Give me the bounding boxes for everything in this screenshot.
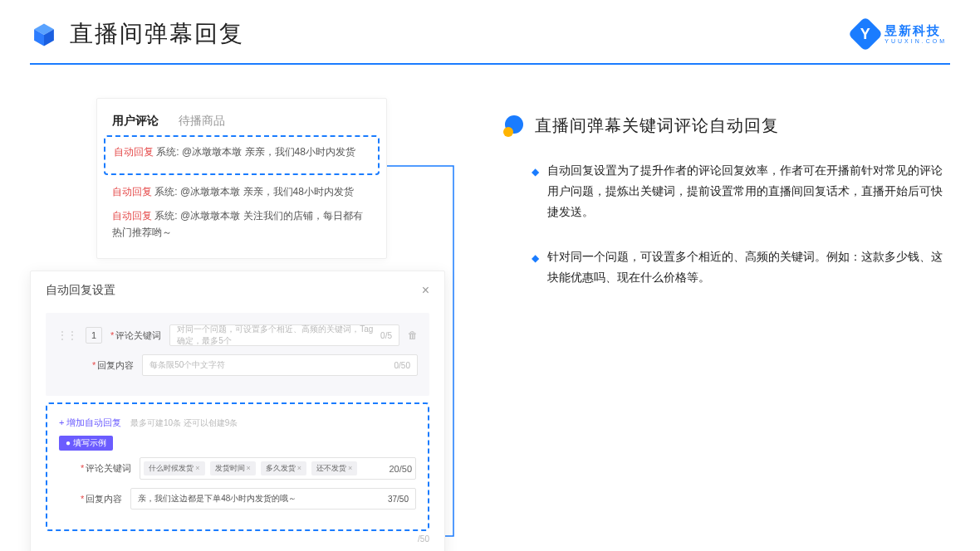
auto-reply-tag: 自动回复	[112, 210, 152, 222]
example-reply-input[interactable]: 亲，我们这边都是下单48小时内发货的哦～ 37/50	[130, 488, 416, 510]
tag-item[interactable]: 发货时间×	[210, 461, 256, 475]
settings-header: 自动回复设置 ×	[46, 283, 429, 298]
header-left: 直播间弹幕回复	[30, 18, 244, 50]
keyword-input[interactable]: 对同一个问题，可设置多个相近、高频的关键词，Tag确定，最多5个 0/5	[169, 324, 399, 346]
example-kw-label: *评论关键词	[81, 462, 131, 475]
rule-number: 1	[86, 327, 102, 344]
main: 用户评论 待播商品 自动回复 系统: @冰墩墩本墩 亲亲，我们48小时内发货 自…	[0, 65, 980, 311]
tag-item[interactable]: 还不发货×	[311, 461, 357, 475]
bubble-icon	[503, 115, 525, 137]
bullet-item: ◆ 针对同一个问题，可设置多个相近的、高频的关键词。例如：这款多少钱、这块能优惠…	[503, 246, 950, 288]
left-panel: 用户评论 待播商品 自动回复 系统: @冰墩墩本墩 亲亲，我们48小时内发货 自…	[30, 98, 470, 311]
system-label: 系统:	[154, 210, 177, 222]
add-row: + 增加自动回复 最多可建10条 还可以创建9条	[59, 414, 416, 429]
brand-cn: 昱新科技	[884, 24, 947, 37]
keyword-counter: 0/5	[380, 331, 392, 340]
example-reply-value: 亲，我们这边都是下单48小时内发货的哦～	[138, 493, 296, 505]
example-keyword-row: *评论关键词 什么时候发货× 发货时间× 多久发货× 还不发货× 20/50	[59, 457, 416, 480]
comment-text: @冰墩墩本墩 亲亲，我们48小时内发货	[180, 186, 354, 197]
keyword-label: *评论关键词	[110, 329, 161, 342]
bullet-text: 自动回复设置为了提升作者的评论回复效率，作者可在开播前针对常见的评论用户问题，提…	[547, 160, 950, 223]
example-reply-row: *回复内容 亲，我们这边都是下单48小时内发货的哦～ 37/50	[59, 488, 416, 510]
right-panel: 直播间弹幕关键词评论自动回复 ◆ 自动回复设置为了提升作者的评论回复效率，作者可…	[495, 98, 950, 311]
auto-reply-tag: 自动回复	[114, 146, 154, 158]
settings-card: 自动回复设置 × ⋮⋮ 1 *评论关键词 对同一个问题，可设置多个相近、高频的关…	[30, 271, 445, 551]
diamond-icon: ◆	[532, 250, 539, 288]
reply-input[interactable]: 每条限50个中文字符 0/50	[142, 354, 418, 376]
tab-user-comments[interactable]: 用户评论	[112, 114, 159, 129]
drag-icon[interactable]: ⋮⋮	[57, 329, 77, 341]
add-hint: 最多可建10条 还可以创建9条	[130, 418, 238, 427]
highlighted-reply: 自动回复 系统: @冰墩墩本墩 亲亲，我们48小时内发货	[104, 135, 380, 175]
cube-icon	[30, 21, 56, 47]
comment-tabs: 用户评论 待播商品	[112, 114, 371, 129]
example-kw-counter: 20/50	[389, 464, 412, 474]
rule-group: ⋮⋮ 1 *评论关键词 对同一个问题，可设置多个相近、高频的关键词，Tag确定，…	[46, 313, 429, 396]
example-box: + 增加自动回复 最多可建10条 还可以创建9条 ● 填写示例 *评论关键词 什…	[46, 402, 429, 531]
example-tags-input[interactable]: 什么时候发货× 发货时间× 多久发货× 还不发货× 20/50	[140, 457, 416, 480]
auto-reply-tag: 自动回复	[112, 186, 152, 197]
example-rc-counter: 37/50	[388, 495, 409, 504]
reply-placeholder: 每条限50个中文字符	[149, 359, 225, 371]
settings-title: 自动回复设置	[46, 283, 115, 298]
brand-mark-icon: Y	[848, 17, 883, 51]
diamond-icon: ◆	[532, 163, 539, 223]
brand-logo: Y 昱新科技 YUUXIN.COM	[853, 22, 947, 46]
right-header: 直播间弹幕关键词评论自动回复	[503, 115, 950, 137]
keyword-placeholder: 对同一个问题，可设置多个相近、高频的关键词，Tag确定，最多5个	[177, 324, 380, 347]
page-title: 直播间弹幕回复	[70, 18, 244, 50]
comment-line: 自动回复 系统: @冰墩墩本墩 亲亲，我们48小时内发货	[114, 144, 370, 160]
brand-text: 昱新科技 YUUXIN.COM	[884, 24, 947, 44]
brand-en: YUUXIN.COM	[884, 38, 947, 44]
comment-line: 自动回复 系统: @冰墩墩本墩 亲亲，我们48小时内发货	[112, 183, 371, 200]
reply-row: *回复内容 每条限50个中文字符 0/50	[57, 354, 418, 376]
reply-counter: 0/50	[394, 361, 410, 370]
add-reply-link[interactable]: + 增加自动回复	[59, 417, 121, 427]
keyword-row: ⋮⋮ 1 *评论关键词 对同一个问题，可设置多个相近、高频的关键词，Tag确定，…	[57, 324, 418, 346]
tag-item[interactable]: 多久发货×	[261, 461, 306, 475]
bullet-item: ◆ 自动回复设置为了提升作者的评论回复效率，作者可在开播前针对常见的评论用户问题…	[503, 160, 950, 223]
delete-icon[interactable]: 🗑	[408, 329, 418, 341]
tab-pending-goods[interactable]: 待播商品	[179, 114, 225, 129]
footer-counter: /50	[46, 534, 429, 544]
page-header: 直播间弹幕回复 Y 昱新科技 YUUXIN.COM	[0, 0, 980, 50]
right-title: 直播间弹幕关键词评论自动回复	[535, 115, 779, 137]
system-label: 系统:	[156, 146, 179, 158]
example-badge: ● 填写示例	[59, 436, 113, 451]
comment-text: @冰墩墩本墩 亲亲，我们48小时内发货	[182, 146, 355, 158]
bullet-text: 针对同一个问题，可设置多个相近的、高频的关键词。例如：这款多少钱、这块能优惠吗、…	[547, 246, 950, 288]
comments-card: 用户评论 待播商品 自动回复 系统: @冰墩墩本墩 亲亲，我们48小时内发货 自…	[96, 98, 387, 259]
tag-item[interactable]: 什么时候发货×	[144, 461, 204, 475]
close-icon[interactable]: ×	[422, 283, 429, 298]
example-rc-label: *回复内容	[81, 493, 122, 505]
comment-line: 自动回复 系统: @冰墩墩本墩 关注我们的店铺，每日都有热门推荐哟～	[112, 207, 371, 241]
system-label: 系统:	[154, 186, 177, 197]
reply-label: *回复内容	[92, 359, 134, 372]
